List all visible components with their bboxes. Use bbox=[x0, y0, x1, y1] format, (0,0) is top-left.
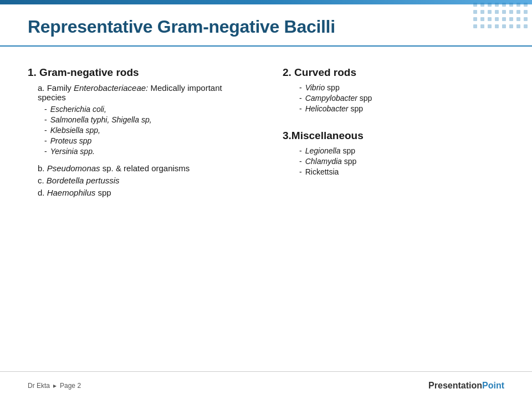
bullet-vibrio-rest: spp bbox=[325, 83, 339, 92]
bullet-salmonella-text: Salmonella typhi, Shigella sp, bbox=[50, 115, 152, 124]
sub-a-label: a. Family bbox=[38, 83, 74, 93]
sub-heading-c: c. Bordetella pertussis bbox=[38, 176, 249, 185]
bullet-klebsiella-text: Klebsiella spp, bbox=[50, 126, 100, 135]
footer-logo-presentation: Presentation bbox=[428, 381, 482, 390]
sub-d-italic: Haemophilus bbox=[47, 188, 96, 197]
bullet-ecoli-text: Escherichia coli, bbox=[50, 105, 106, 114]
slide-header: Representative Gram-negative Bacilli bbox=[0, 4, 532, 47]
bullet-salmonella: Salmonella typhi, Shigella sp, bbox=[44, 115, 249, 124]
sub-b-italic: Pseudomonas bbox=[47, 163, 100, 173]
sub-heading-d: d. Haemophilus spp bbox=[38, 188, 249, 197]
bullet-campylobacter-italic: Campylobacter bbox=[305, 94, 357, 103]
bullet-yersinia-text: Yersinia spp. bbox=[50, 147, 95, 156]
bullet-helicobacter-rest: spp bbox=[349, 104, 363, 113]
bullet-chlamydia-italic: Chlamydia bbox=[305, 157, 342, 166]
sub-d-label: d. bbox=[38, 188, 47, 197]
sub-c-italic: Bordetella pertussis bbox=[47, 176, 120, 185]
footer-logo-point: Point bbox=[482, 381, 504, 390]
bullet-proteus: Proteus spp bbox=[44, 136, 249, 145]
bullet-legionella-italic: Legionella bbox=[305, 146, 341, 155]
sub-a-italic: Enterobacteriaceae: bbox=[74, 83, 148, 93]
bullet-vibrio-italic: Vibrio bbox=[305, 83, 325, 92]
bullet-rickettsia-text: Rickettsia bbox=[305, 167, 339, 176]
section1-heading: 1. Gram-negative rods bbox=[28, 66, 249, 79]
footer-page-label: Page 2 bbox=[60, 382, 81, 390]
bullet-klebsiella: Klebsiella spp, bbox=[44, 126, 249, 135]
footer-separator-icon: ▸ bbox=[53, 382, 57, 390]
sub-b-label: b. bbox=[38, 163, 47, 173]
footer-left: Dr Ekta ▸ Page 2 bbox=[28, 382, 81, 390]
bullet-chlamydia-rest: spp bbox=[342, 157, 356, 166]
bullet-chlamydia: Chlamydia spp bbox=[299, 157, 504, 166]
slide-footer: Dr Ekta ▸ Page 2 PresentationPoint bbox=[0, 371, 532, 399]
right-column: 2. Curved rods Vibrio spp Campylobacter … bbox=[277, 66, 504, 360]
bullet-yersinia: Yersinia spp. bbox=[44, 147, 249, 156]
content-area: 1. Gram-negative rods a. Family Enteroba… bbox=[0, 55, 532, 371]
bullet-legionella-rest: spp bbox=[341, 146, 355, 155]
footer-author: Dr Ekta bbox=[28, 382, 50, 390]
sub-heading-a: a. Family Enterobacteriaceae: Medically … bbox=[38, 83, 249, 102]
bullet-campylobacter: Campylobacter spp bbox=[299, 94, 504, 103]
sub-c-label: c. bbox=[38, 176, 47, 185]
section2-heading: 2. Curved rods bbox=[283, 66, 504, 79]
bullet-proteus-text: Proteus spp bbox=[50, 136, 92, 145]
bullet-ecoli: Escherichia coli, bbox=[44, 105, 249, 114]
left-column: 1. Gram-negative rods a. Family Enteroba… bbox=[28, 66, 260, 360]
bullet-helicobacter: Helicobacter spp bbox=[299, 104, 504, 113]
bullet-rickettsia: Rickettsia bbox=[299, 167, 504, 176]
bullet-helicobacter-italic: Helicobacter bbox=[305, 104, 349, 113]
sub-d-rest: spp bbox=[95, 188, 111, 197]
bullet-campylobacter-rest: spp bbox=[357, 94, 372, 103]
section3-heading: 3.Miscellaneous bbox=[283, 130, 504, 142]
footer-logo: PresentationPoint bbox=[428, 381, 504, 391]
bullet-vibrio: Vibrio spp bbox=[299, 83, 504, 92]
bullet-legionella: Legionella spp bbox=[299, 146, 504, 155]
sub-heading-b: b. Pseudomonas sp. & related organisms bbox=[38, 163, 249, 173]
sub-b-rest: sp. & related organisms bbox=[100, 163, 190, 173]
slide-title: Representative Gram-negative Bacilli bbox=[28, 17, 504, 37]
